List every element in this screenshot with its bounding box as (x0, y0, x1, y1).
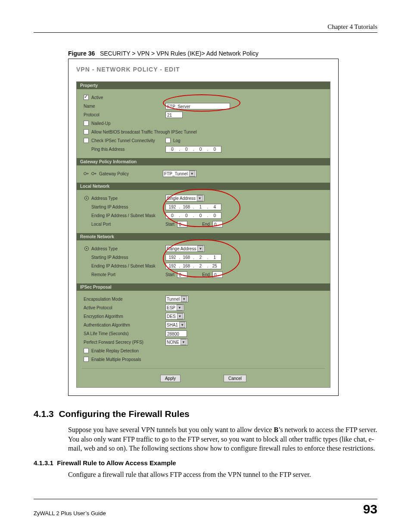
section-local: Address Type Single Address ▼ Starting I… (77, 190, 330, 233)
ip-octet[interactable]: 192 (166, 264, 179, 268)
ip-octet[interactable]: 0 (166, 147, 179, 152)
replay-detect-checkbox[interactable] (84, 348, 89, 353)
multi-proposals-checkbox[interactable] (84, 357, 89, 362)
screenshot-panel: VPN - NETWORK POLICY - EDIT Property Act… (68, 59, 339, 396)
remote-start-ip-input[interactable]: 192. 168. 2. 1 (165, 254, 221, 261)
log-checkbox[interactable] (165, 138, 171, 143)
svg-point-5 (86, 248, 87, 249)
local-end-ip-input[interactable]: 0. 0. 0. 0 (165, 212, 221, 219)
section-remote: Address Type Range Address ▼ Starting IP… (77, 240, 330, 283)
paragraph: Suppose you have several VPN tunnels but… (68, 425, 377, 453)
encap-select[interactable]: Tunnel▼ (165, 296, 188, 302)
apply-button[interactable]: Apply (160, 375, 181, 382)
ip-octet[interactable]: 0 (166, 213, 179, 218)
local-start-ip-label: Starting IP Address (84, 205, 165, 209)
remote-start-ip-label: Starting IP Address (84, 255, 165, 260)
select-value: ESP (167, 305, 175, 310)
figure-caption: Figure 36 SECURITY > VPN > VPN Rules (IK… (68, 50, 377, 57)
local-addr-type-label: Address Type (91, 196, 165, 201)
page-footer: ZyWALL 2 Plus User’s Guide 93 (34, 499, 377, 516)
remote-port-label: Remote Port (84, 272, 165, 277)
port-end-label: End (202, 272, 210, 277)
ip-octet[interactable]: 1 (194, 205, 207, 209)
select-value: Single Address (167, 196, 196, 201)
section-bar-local: Local Network (77, 183, 330, 190)
gateway-policy-label: Gateway Policy (99, 171, 163, 176)
remote-end-ip-label: Ending IP Address / Subnet Mask (84, 264, 165, 268)
ip-octet[interactable]: 168 (180, 264, 193, 268)
chevron-down-icon: ▼ (189, 171, 195, 177)
para-bold: B (274, 426, 278, 433)
port-end-label: End (202, 222, 210, 227)
figure-label: Figure 36 (68, 50, 95, 57)
remote-port-start-input[interactable]: 0 (177, 271, 187, 278)
section-heading-413: 4.1.3 Configuring the Firewall Rules (34, 409, 377, 419)
ip-octet[interactable]: 168 (180, 255, 193, 260)
section-ipsec: Encapsulation Mode Tunnel▼ Active Protoc… (77, 291, 330, 368)
name-input[interactable]: FTP_Server (165, 103, 230, 109)
ip-octet[interactable]: 2 (194, 255, 207, 260)
select-value: NONE (167, 340, 179, 345)
chapter-header: Chapter 4 Tutorials (34, 23, 377, 31)
ip-octet[interactable]: 192 (166, 255, 179, 260)
svg-point-1 (92, 172, 94, 175)
port-start-label: Start (165, 222, 174, 227)
chevron-down-icon: ▼ (197, 195, 203, 201)
local-network-icon (84, 195, 90, 201)
ip-octet[interactable]: 0 (208, 213, 221, 218)
svg-point-3 (86, 198, 87, 199)
ip-octet[interactable]: 4 (208, 205, 221, 209)
select-value: FTP_Tunnel (164, 171, 188, 176)
local-start-ip-input[interactable]: 192. 168. 1. 4 (165, 204, 221, 210)
select-value: DES (167, 314, 176, 319)
netbios-checkbox[interactable] (84, 129, 89, 134)
active-protocol-select[interactable]: ESP▼ (165, 304, 184, 311)
local-addr-type-select[interactable]: Single Address ▼ (165, 195, 204, 202)
ip-octet[interactable]: 1 (208, 255, 221, 260)
encryption-select[interactable]: DES▼ (165, 313, 184, 320)
button-bar: Apply Cancel (77, 375, 330, 382)
ip-octet[interactable]: 2 (194, 264, 207, 268)
local-port-start-input[interactable]: 0 (177, 221, 187, 227)
local-end-ip-label: Ending IP Address / Subnet Mask (84, 213, 165, 218)
ip-octet[interactable]: 0 (180, 213, 193, 218)
active-checkbox[interactable] (84, 95, 89, 100)
protocol-input[interactable]: 21 (165, 112, 183, 118)
ip-octet[interactable]: 25 (208, 264, 221, 268)
ping-ip-input[interactable]: 0. 0. 0. 0 (165, 146, 221, 152)
chevron-down-icon: ▼ (197, 246, 203, 252)
remote-end-ip-input[interactable]: 192. 168. 2. 25 (165, 263, 221, 269)
remote-port-end-input[interactable]: 0 (212, 271, 223, 278)
ip-octet[interactable]: 168 (180, 205, 193, 209)
auth-alg-label: Authentication Algorithm (84, 323, 165, 327)
netbios-label: Allow NetBIOS broadcast Traffic Through … (91, 130, 197, 134)
chevron-down-icon: ▼ (181, 296, 187, 302)
heading-title: Firewall Rule to Allow Access Example (57, 459, 176, 467)
gateway-policy-select[interactable]: FTP_Tunnel ▼ (163, 170, 196, 177)
chevron-down-icon: ▼ (177, 313, 183, 319)
remote-addr-type-select[interactable]: Range Address ▼ (165, 245, 205, 252)
nailed-up-checkbox[interactable] (84, 121, 89, 126)
local-port-end-input[interactable]: 0 (212, 221, 223, 227)
pfs-select[interactable]: NONE▼ (165, 339, 188, 345)
cancel-button[interactable]: Cancel (224, 375, 246, 382)
auth-alg-select[interactable]: SHA1▼ (165, 321, 187, 328)
ip-octet[interactable]: 0 (194, 213, 207, 218)
check-conn-checkbox[interactable] (84, 138, 89, 143)
log-label: Log (173, 138, 181, 143)
active-label: Active (91, 95, 103, 100)
select-value: Range Address (167, 246, 196, 251)
section-property: Active Name FTP_Server Protocol 21 Naile… (77, 89, 330, 158)
sa-life-label: SA Life Time (Seconds) (84, 331, 165, 336)
para-text: Suppose you have several VPN tunnels but… (68, 426, 274, 433)
ip-octet[interactable]: 0 (194, 147, 207, 152)
ip-octet[interactable]: 0 (180, 147, 193, 152)
ping-label: Ping this Address (84, 147, 165, 152)
subsection-heading-4131: 4.1.3.1 Firewall Rule to Allow Access Ex… (34, 459, 377, 467)
pfs-label: Perfect Forward Secrecy (PFS) (84, 340, 165, 345)
ip-octet[interactable]: 0 (208, 147, 221, 152)
ip-octet[interactable]: 192 (166, 205, 179, 209)
active-protocol-label: Active Protocol (84, 305, 165, 310)
select-value: SHA1 (167, 323, 178, 327)
sa-life-input[interactable]: 28800 (165, 330, 187, 337)
